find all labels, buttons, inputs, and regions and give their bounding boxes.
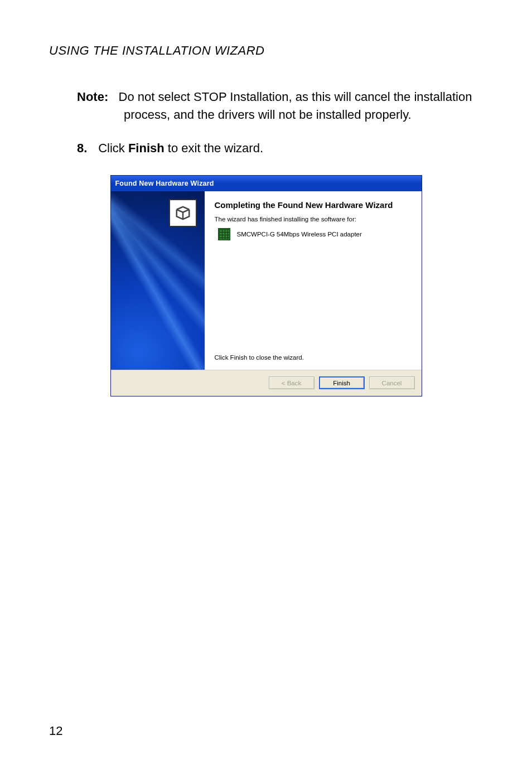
- device-row: SMCWPCI-G 54Mbps Wireless PCI adapter: [218, 228, 414, 240]
- note-text: Do not select STOP Installation, as this…: [119, 90, 472, 122]
- dialog-button-row: < Back Finish Cancel: [111, 370, 422, 396]
- page-number: 12: [49, 724, 62, 738]
- wizard-heading: Completing the Found New Hardware Wizard: [215, 200, 414, 211]
- wizard-close-hint: Click Finish to close the wizard.: [215, 354, 414, 364]
- note-label: Note:: [77, 90, 108, 104]
- network-adapter-icon: [218, 228, 230, 240]
- dialog-title: Found New Hardware Wizard: [115, 180, 214, 187]
- dialog-titlebar: Found New Hardware Wizard: [111, 176, 422, 191]
- back-button: < Back: [269, 376, 315, 389]
- step-number: 8.: [77, 139, 95, 157]
- step-text-suffix: to exit the wizard.: [165, 141, 263, 155]
- dialog-client-area: Completing the Found New Hardware Wizard…: [111, 191, 422, 396]
- found-new-hardware-wizard-dialog: Found New Hardware Wizard Completing the…: [110, 175, 422, 396]
- step-text-bold: Finish: [128, 141, 165, 155]
- dialog-upper: Completing the Found New Hardware Wizard…: [111, 191, 422, 370]
- device-name: SMCWPCI-G 54Mbps Wireless PCI adapter: [237, 231, 362, 238]
- wizard-content-pane: Completing the Found New Hardware Wizard…: [205, 191, 422, 370]
- wizard-subtext: The wizard has finished installing the s…: [215, 216, 414, 222]
- step-text-prefix: Click: [98, 141, 128, 155]
- cancel-button: Cancel: [369, 376, 415, 389]
- wizard-badge-icon: [169, 199, 197, 227]
- wizard-side-image: [111, 191, 205, 370]
- step-8: 8. Click Finish to exit the wizard.: [77, 139, 483, 157]
- finish-button[interactable]: Finish: [319, 376, 365, 389]
- running-header: USING THE INSTALLATION WIZARD: [49, 43, 483, 58]
- note-block: Note: Do not select STOP Installation, a…: [77, 88, 483, 124]
